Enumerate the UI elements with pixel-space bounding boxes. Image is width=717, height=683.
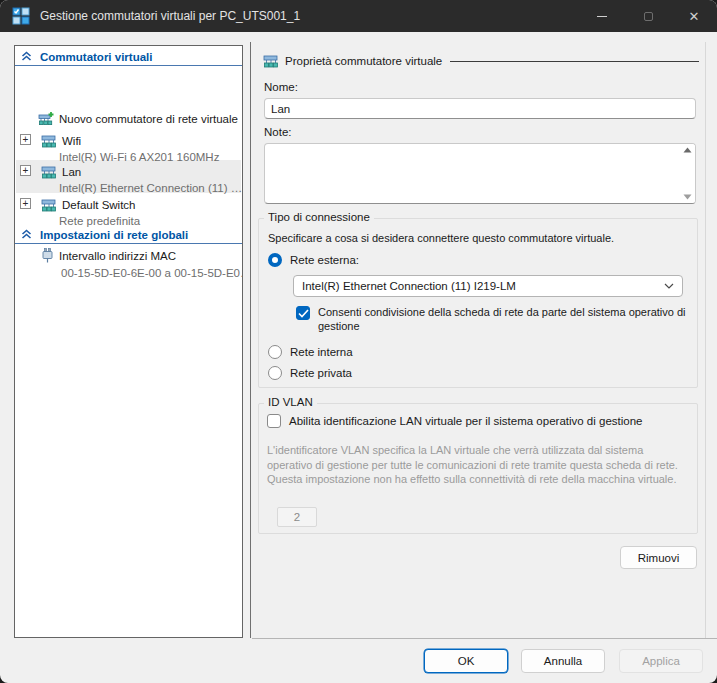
connection-instruction: Specificare a cosa si desidera connetter… bbox=[268, 232, 614, 244]
sidebar-item-wifi[interactable]: + Wifi bbox=[15, 132, 242, 149]
expander-icon[interactable]: + bbox=[20, 134, 31, 145]
window-title: Gestione commutatori virtuali per PC_UTS… bbox=[40, 9, 300, 23]
scroll-up-icon[interactable] bbox=[683, 147, 692, 153]
scroll-down-icon[interactable] bbox=[683, 194, 692, 200]
share-adapter-checkbox[interactable] bbox=[296, 306, 310, 320]
enable-vlan-checkbox[interactable] bbox=[267, 414, 281, 428]
cancel-button[interactable]: Annulla bbox=[521, 649, 605, 673]
minimize-button[interactable] bbox=[579, 0, 625, 32]
internal-network-label: Rete interna bbox=[290, 346, 353, 358]
check-icon bbox=[298, 309, 309, 318]
maximize-icon bbox=[644, 12, 653, 21]
notes-textarea[interactable] bbox=[265, 144, 679, 203]
section-label: Impostazioni di rete globali bbox=[40, 229, 188, 241]
expander-icon[interactable]: + bbox=[20, 198, 31, 209]
adapter-select[interactable]: Intel(R) Ethernet Connection (11) I219-L… bbox=[293, 275, 683, 297]
chevron-down-icon bbox=[664, 283, 674, 289]
virtual-switch-icon bbox=[41, 134, 57, 148]
switch-properties-panel: Proprietà commutatore virtuale Nome: Not… bbox=[252, 42, 705, 638]
virtual-switch-manager-window: Gestione commutatori virtuali per PC_UTS… bbox=[0, 0, 717, 683]
share-adapter-label: Consenti condivisione della scheda di re… bbox=[318, 305, 690, 333]
new-virtual-switch-icon bbox=[38, 112, 54, 126]
caption-buttons: ✕ bbox=[579, 0, 717, 32]
hyperv-manager-icon bbox=[12, 7, 30, 25]
sidebar-item-label: Intervallo indirizzi MAC bbox=[59, 250, 176, 262]
chevron-double-up-icon bbox=[21, 51, 32, 62]
notes-label: Note: bbox=[264, 126, 292, 138]
apply-button: Applica bbox=[619, 649, 703, 673]
close-button[interactable]: ✕ bbox=[671, 0, 717, 32]
sidebar-item-label: Default Switch bbox=[62, 199, 136, 211]
vlan-description: L'identificatore VLAN specifica la LAN v… bbox=[267, 443, 691, 487]
sidebar-item-mac-range-detail: 00-15-5D-E0-6E-00 a 00-15-5D-E0… bbox=[15, 264, 242, 281]
name-input[interactable] bbox=[264, 98, 696, 119]
sidebar-item-lan[interactable]: + Lan bbox=[15, 163, 242, 180]
notes-scrollbar[interactable] bbox=[680, 144, 695, 203]
vlan-id-group-label: ID VLAN bbox=[264, 396, 317, 408]
private-network-radio[interactable] bbox=[268, 366, 282, 380]
sidebar-item-default-switch[interactable]: + Default Switch bbox=[15, 196, 242, 213]
properties-header: Proprietà commutatore virtuale bbox=[263, 54, 699, 68]
section-label: Commutatori virtuali bbox=[40, 51, 152, 63]
mac-address-icon bbox=[42, 248, 53, 263]
sidebar-item-label: Lan bbox=[62, 166, 81, 178]
ok-button[interactable]: OK bbox=[424, 649, 508, 673]
connection-type-group-label: Tipo di connessione bbox=[264, 211, 374, 223]
chevron-double-up-icon bbox=[21, 229, 32, 240]
section-virtual-switches[interactable]: Commutatori virtuali bbox=[15, 48, 242, 66]
internal-network-radio[interactable] bbox=[268, 345, 282, 359]
name-label: Nome: bbox=[264, 81, 298, 93]
virtual-switch-icon bbox=[41, 165, 57, 179]
sidebar-item-mac-range[interactable]: Intervallo indirizzi MAC bbox=[15, 247, 242, 264]
sidebar-item-label: Nuovo commutatore di rete virtuale bbox=[59, 113, 238, 125]
minimize-icon bbox=[597, 16, 607, 17]
external-network-label: Rete esterna: bbox=[290, 254, 359, 266]
close-icon: ✕ bbox=[689, 10, 700, 23]
enable-vlan-label: Abilita identificazione LAN virtuale per… bbox=[289, 415, 643, 427]
sidebar-item-lan-detail: Intel(R) Ethernet Connection (11) … bbox=[15, 179, 242, 196]
external-network-radio[interactable] bbox=[268, 253, 282, 267]
pane-divider bbox=[250, 42, 251, 638]
title-bar: Gestione commutatori virtuali per PC_UTS… bbox=[0, 0, 717, 32]
scrollbar-gutter bbox=[705, 42, 706, 638]
header-rule bbox=[450, 61, 699, 62]
panel-bottom-divider bbox=[252, 638, 717, 639]
adapter-select-value: Intel(R) Ethernet Connection (11) I219-L… bbox=[302, 280, 664, 292]
remove-button[interactable]: Rimuovi bbox=[620, 546, 697, 569]
section-global-network-settings[interactable]: Impostazioni di rete globali bbox=[15, 226, 242, 244]
sidebar-item-label: Wifi bbox=[62, 135, 81, 147]
virtual-switch-icon bbox=[263, 54, 279, 68]
sidebar-item-new-switch[interactable]: Nuovo commutatore di rete virtuale bbox=[15, 110, 242, 127]
maximize-button bbox=[625, 0, 671, 32]
expander-icon[interactable]: + bbox=[20, 165, 31, 176]
switch-list: Commutatori virtuali Nuovo commutatore d… bbox=[14, 45, 243, 638]
private-network-label: Rete privata bbox=[290, 367, 352, 379]
virtual-switch-icon bbox=[41, 198, 57, 212]
properties-header-label: Proprietà commutatore virtuale bbox=[285, 55, 442, 67]
notes-field bbox=[264, 143, 696, 204]
vlan-id-input bbox=[277, 507, 317, 527]
